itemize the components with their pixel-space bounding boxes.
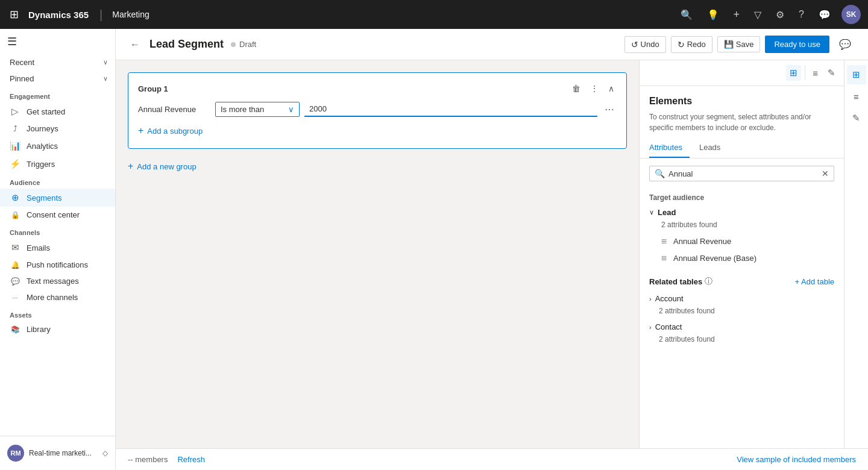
user-avatar[interactable]: SK [841, 5, 861, 24]
add-group-button[interactable]: + Add a new group [128, 158, 627, 174]
floating-tool-edit[interactable]: ✎ [847, 108, 866, 128]
contact-chevron: › [649, 324, 652, 331]
panel-title: Elements [649, 96, 834, 107]
undo-icon: ↺ [631, 40, 638, 49]
search-clear-button[interactable]: ✕ [822, 169, 829, 178]
sidebar-toggle[interactable]: ☰ [0, 29, 115, 54]
sidebar-item-pinned[interactable]: Pinned ∨ [0, 70, 115, 87]
contact-group-header[interactable]: › Contact [649, 319, 834, 335]
app-body: ☰ Recent ∨ Pinned ∨ Engagement ▷ Get sta… [0, 29, 868, 470]
account-count: 2 attributes found [649, 307, 834, 315]
related-tables-label: Related tables [649, 277, 702, 286]
push-icon: 🔔 [10, 261, 20, 269]
floating-tool-grid[interactable]: ⊞ [847, 65, 866, 84]
sidebar-item-consent-center[interactable]: 🔒 Consent center [0, 207, 115, 223]
view-sample-button[interactable]: View sample of included members [737, 455, 856, 464]
condition-more-button[interactable]: ⋯ [602, 102, 617, 116]
sidebar-item-segments[interactable]: ⊕ Segments [0, 189, 115, 207]
sidebar-item-text-messages[interactable]: 💬 Text messages [0, 273, 115, 289]
back-button[interactable]: ← [128, 37, 142, 52]
sidebar-item-push-notifications[interactable]: 🔔 Push notifications [0, 257, 115, 273]
panel-tool-edit[interactable]: ✎ [824, 65, 839, 81]
add-table-button[interactable]: + Add table [795, 277, 834, 286]
analytics-icon: 📊 [10, 140, 20, 151]
category-audience: Audience [0, 173, 115, 189]
lead-count: 2 attributes found [650, 221, 834, 229]
lightbulb-icon[interactable]: 💡 [703, 5, 723, 24]
target-audience-label: Target audience [649, 189, 834, 204]
page-header-actions: ↺ Undo ↻ Redo 💾 Save Ready to use 💬 [624, 36, 856, 53]
settings-icon[interactable]: ⚙ [772, 5, 788, 24]
group-title: Group 1 [138, 84, 570, 93]
sidebar-item-more-channels[interactable]: ··· More channels [0, 289, 115, 306]
sidebar-user-item[interactable]: RM Real-time marketi... ◇ [0, 441, 115, 465]
category-engagement: Engagement [0, 87, 115, 102]
library-icon: 📚 [10, 325, 20, 334]
ready-to-use-button[interactable]: Ready to use [765, 36, 829, 53]
account-group-header[interactable]: › Account [649, 290, 834, 307]
search-input[interactable] [668, 169, 818, 178]
attribute-item-annual-revenue-base[interactable]: ⊞ Annual Revenue (Base) + [649, 249, 834, 266]
page-status: Draft [231, 40, 256, 49]
save-button[interactable]: 💾 Save [717, 36, 761, 52]
sidebar-item-recent[interactable]: Recent ∨ [0, 54, 115, 70]
tab-leads[interactable]: Leads [699, 138, 728, 158]
panel-tool-list[interactable]: ≡ [809, 66, 822, 81]
lead-group-title: Lead [658, 208, 676, 217]
lead-group-header[interactable]: ∨ Lead [649, 204, 834, 221]
text-messages-icon: 💬 [10, 277, 20, 286]
more-channels-icon: ··· [10, 294, 20, 301]
undo-button[interactable]: ↺ Undo [624, 36, 666, 53]
sidebar-item-get-started[interactable]: ▷ Get started [0, 102, 115, 121]
consent-icon: 🔒 [10, 211, 20, 219]
related-tables-header: Related tables ⓘ + Add table [649, 269, 834, 290]
brand-name: Dynamics 365 [28, 10, 89, 20]
content-area: ← Lead Segment Draft ↺ Undo ↻ Redo 💾 Sav… [116, 29, 868, 470]
sidebar-user-label: Real-time marketi... [29, 449, 92, 457]
panel-header: Elements To construct your segment, sele… [640, 86, 844, 138]
group-collapse-button[interactable]: ∧ [606, 83, 617, 95]
condition-attribute: Annual Revenue [138, 105, 210, 114]
add-icon[interactable]: + [730, 5, 744, 25]
panel-tool-grid[interactable]: ⊞ [786, 65, 801, 81]
work-area: Group 1 🗑 ⋮ ∧ Annual Revenue Is more tha… [116, 60, 868, 448]
category-assets: Assets [0, 306, 115, 321]
filter-icon[interactable]: ▽ [750, 5, 765, 24]
add-subgroup-button[interactable]: + Add a subgroup [138, 123, 617, 139]
condition-operator-select[interactable]: Is more than ∨ [215, 102, 300, 117]
header-chat-icon[interactable]: 💬 [834, 36, 856, 52]
account-group: › Account 2 attributes found [649, 290, 834, 315]
related-tables-info-icon[interactable]: ⓘ [705, 276, 712, 287]
segment-canvas: Group 1 🗑 ⋮ ∧ Annual Revenue Is more tha… [116, 60, 639, 448]
sidebar-item-analytics[interactable]: 📊 Analytics [0, 137, 115, 155]
account-chevron: › [649, 295, 652, 302]
group-delete-button[interactable]: 🗑 [570, 83, 583, 95]
segments-icon: ⊕ [10, 192, 20, 203]
sidebar-user-avatar: RM [7, 445, 24, 462]
tab-attributes[interactable]: Attributes [649, 138, 690, 158]
help-icon[interactable]: ? [795, 5, 808, 24]
sidebar-item-journeys[interactable]: ⤴ Journeys [0, 121, 115, 137]
group-more-button[interactable]: ⋮ [588, 83, 601, 95]
page-header: ← Lead Segment Draft ↺ Undo ↻ Redo 💾 Sav… [116, 29, 868, 60]
waffle-icon[interactable]: ⊞ [7, 5, 21, 24]
attribute-item-annual-revenue[interactable]: ⊞ Annual Revenue + [649, 233, 834, 249]
search-icon[interactable]: 🔍 [677, 5, 696, 24]
floating-tool-list[interactable]: ≡ [847, 87, 866, 106]
refresh-button[interactable]: Refresh [177, 455, 205, 464]
brand-separator: | [99, 8, 102, 22]
sidebar-item-emails[interactable]: ✉ Emails [0, 239, 115, 257]
recent-chevron: ∨ [103, 58, 108, 66]
attribute-label-annual-revenue: Annual Revenue [673, 237, 824, 246]
module-name: Marketing [112, 10, 149, 19]
get-started-icon: ▷ [10, 106, 20, 117]
attribute-icon-annual-revenue-base: ⊞ [659, 254, 668, 262]
redo-button[interactable]: ↻ Redo [671, 36, 712, 53]
sidebar-item-library[interactable]: 📚 Library [0, 321, 115, 337]
panel-toolbar: ⊞ ≡ ✎ [640, 60, 844, 86]
sidebar-user-chevron: ◇ [102, 449, 108, 457]
condition-value-input[interactable] [304, 102, 597, 117]
chat-icon[interactable]: 💬 [815, 5, 834, 24]
sidebar-item-triggers[interactable]: ⚡ Triggers [0, 155, 115, 173]
attribute-label-annual-revenue-base: Annual Revenue (Base) [673, 254, 824, 263]
